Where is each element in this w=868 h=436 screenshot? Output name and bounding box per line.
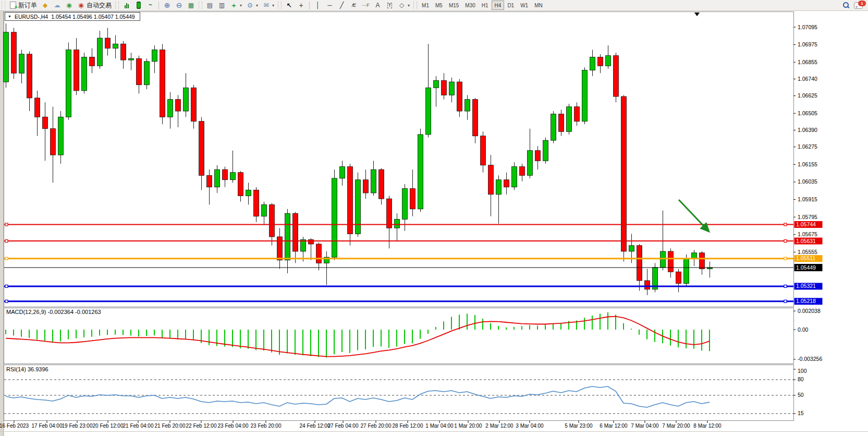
crosshair-tool-button[interactable]: + xyxy=(295,0,307,10)
timeframe-label: H4 xyxy=(495,3,502,8)
time-tick-label: 17 Feb 04:00 xyxy=(32,423,63,429)
macd-tick-label: 0.00 xyxy=(798,326,809,333)
auto-trading-button[interactable]: ◉ 自动交易 xyxy=(75,0,114,10)
toolbar-grip[interactable] xyxy=(199,2,202,9)
rsi-tick-label: 15 xyxy=(798,410,804,416)
channel-icon: 𝑓E xyxy=(350,2,358,9)
time-tick-label: 21 Feb 20:00 xyxy=(155,423,186,429)
period-button[interactable]: ⊙ ▾ xyxy=(244,0,260,10)
zoom-out-icon: ⊖ xyxy=(175,2,183,9)
horizontal-line-tool-button[interactable]: ─ xyxy=(324,0,336,10)
text-label-tool-button[interactable]: T xyxy=(384,0,396,10)
tab-timeframe-m15[interactable]: M15 xyxy=(446,1,462,10)
tab-timeframe-d1[interactable]: D1 xyxy=(504,1,517,10)
toolbar-grip[interactable] xyxy=(278,2,282,9)
timeframe-label: D1 xyxy=(507,3,514,8)
price-tick-label: 1.05555 xyxy=(798,249,817,255)
chart-canvas[interactable]: 1.070951.069751.068551.067401.066251.065… xyxy=(0,0,868,436)
price-tick-label: 1.06035 xyxy=(798,178,817,185)
toolbar-grip[interactable] xyxy=(413,2,417,9)
price-tick-label: 1.07095 xyxy=(798,24,817,30)
tile-windows-button[interactable]: ▦ xyxy=(185,0,197,10)
tab-timeframe-h4[interactable]: H4 xyxy=(492,1,505,10)
line-chart-icon: ~ xyxy=(146,2,154,9)
new-order-icon: + xyxy=(9,2,17,9)
timeframe-label: H1 xyxy=(482,3,488,8)
time-tick-label: 20 Feb 12:00 xyxy=(93,423,124,429)
chevron-down-icon: ▾ xyxy=(256,3,258,8)
tab-timeframe-h1[interactable]: H1 xyxy=(479,1,492,10)
auto-trading-icon: ◉ xyxy=(77,2,85,9)
rsi-tick-label: 100 xyxy=(798,368,807,374)
line-handle xyxy=(784,285,787,287)
price-badge-label: 1.05744 xyxy=(796,221,816,227)
toolbar-grip[interactable] xyxy=(2,2,5,9)
zoom-out-button[interactable]: ⊖ xyxy=(173,0,185,10)
search-button[interactable] xyxy=(843,2,849,8)
candlestick-icon xyxy=(135,2,142,9)
market-depth-button[interactable]: ◆ xyxy=(39,0,51,10)
price-tick-label: 1.06155 xyxy=(798,161,817,167)
auto-trading-label: 自动交易 xyxy=(87,1,112,10)
time-tick-label: 21 Feb 04:00 xyxy=(123,423,154,429)
new-order-label: 新订单 xyxy=(18,1,37,10)
timeframe-label: MN xyxy=(534,3,543,8)
trendline-tool-button[interactable]: ╱ xyxy=(336,0,348,10)
line-chart-mode-button[interactable]: ~ xyxy=(144,0,156,10)
new-order-button[interactable]: + 新订单 xyxy=(7,0,39,10)
bar-chart-mode-button[interactable] xyxy=(120,0,132,10)
toolbar-grip[interactable] xyxy=(115,2,119,9)
macd-label: MACD(12,26,9) -0.002364 -0.001263 xyxy=(6,309,101,315)
chart-shift-button[interactable]: ▥ xyxy=(216,0,228,10)
line-handle xyxy=(5,223,8,226)
auto-scroll-button[interactable]: ▤ xyxy=(204,0,216,10)
chart-title-box[interactable]: ▼ EURUSD-,H4 1.05454 1.05496 1.05407 1.0… xyxy=(5,12,140,21)
add-indicator-button[interactable]: ＋ ▾ xyxy=(228,0,244,10)
notifications-button[interactable]: 1 xyxy=(854,2,863,9)
arrows-tool-button[interactable]: ◇ ▾ xyxy=(396,0,412,10)
template-button[interactable]: ✉ ▾ xyxy=(260,0,276,10)
timeframe-label: M15 xyxy=(449,3,459,8)
price-tick-label: 1.06855 xyxy=(798,59,817,65)
rsi-tick-label: 50 xyxy=(798,392,804,398)
line-handle xyxy=(784,223,787,226)
community-button[interactable]: ☁ xyxy=(51,0,63,10)
price-badge-label: 1.05511 xyxy=(796,255,815,261)
tab-timeframe-m1[interactable]: M1 xyxy=(419,1,432,10)
price-tick-label: 1.06390 xyxy=(798,127,817,133)
cursor-tool-button[interactable]: ↖ xyxy=(283,0,295,10)
time-tick-label: 16 Feb 2023 xyxy=(0,423,29,429)
tab-timeframe-m30[interactable]: M30 xyxy=(462,1,478,10)
price-tick-label: 1.06625 xyxy=(798,92,817,99)
time-tick-label: 27 Feb 20:00 xyxy=(361,423,392,429)
signals-button[interactable]: ◉ xyxy=(63,0,75,10)
time-tick-label: 22 Feb 12:00 xyxy=(186,423,217,429)
bar-chart-icon xyxy=(123,3,130,8)
line-handle xyxy=(5,285,8,287)
line-handle xyxy=(5,240,8,243)
mt4-window: + 新订单 ◆ ☁ ◉ ◉ 自动交易 ~ ⊕ ⊖ xyxy=(0,0,868,436)
time-tick-label: 1 Mar 04:00 xyxy=(425,423,454,429)
fibonacci-tool-button[interactable]: ⋯F xyxy=(360,0,372,10)
tab-timeframe-w1[interactable]: W1 xyxy=(517,1,531,10)
price-badge-label: 1.05631 xyxy=(796,238,816,244)
line-handle xyxy=(784,240,787,243)
text-tool-button[interactable]: A xyxy=(372,0,384,10)
timeframe-label: M30 xyxy=(465,3,475,8)
template-icon: ✉ xyxy=(262,2,270,9)
candle-chart-mode-button[interactable] xyxy=(132,0,144,10)
equidistant-channel-button[interactable]: 𝑓E xyxy=(348,0,360,10)
tile-windows-icon: ▦ xyxy=(187,2,195,9)
tab-timeframe-m5[interactable]: M5 xyxy=(432,1,446,10)
tab-timeframe-mn[interactable]: MN xyxy=(531,1,546,10)
crosshair-icon: + xyxy=(297,2,305,9)
time-tick-label: 24 Feb 12:00 xyxy=(300,423,331,429)
zoom-in-button[interactable]: ⊕ xyxy=(161,0,173,10)
time-tick-label: 23 Feb 20:00 xyxy=(251,423,282,429)
timeframe-label: W1 xyxy=(520,3,528,8)
price-tick-label: 1.06505 xyxy=(798,110,817,116)
time-tick-label: 8 Mar 12:00 xyxy=(693,423,722,429)
timeframe-label: M1 xyxy=(422,3,429,8)
vertical-line-tool-button[interactable]: │ xyxy=(312,0,324,10)
macd-tick-label: 0.002038 xyxy=(798,308,821,314)
